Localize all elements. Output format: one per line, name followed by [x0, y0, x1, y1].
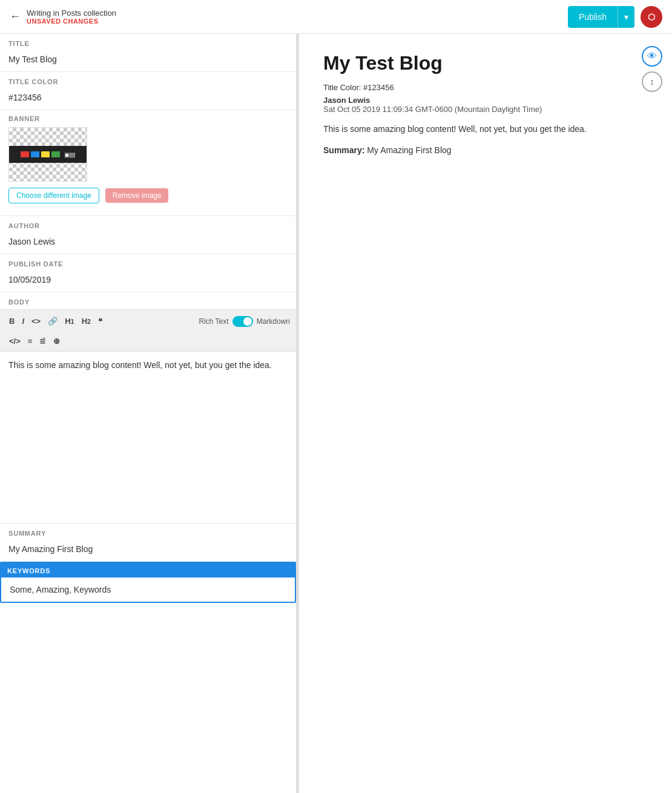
- collection-info: Writing in Posts collection UNSAVED CHAN…: [27, 8, 116, 25]
- summary-section: SUMMARY: [0, 524, 296, 562]
- preview-toggle-button[interactable]: 👁: [642, 46, 662, 67]
- quote-button[interactable]: ❝: [95, 315, 105, 327]
- eye-icon: 👁: [647, 51, 657, 62]
- back-button[interactable]: ←: [10, 10, 21, 23]
- mini-icon-blue: [31, 151, 39, 157]
- title-color-input[interactable]: [0, 88, 296, 110]
- publish-arrow[interactable]: ▾: [618, 7, 634, 27]
- code-button[interactable]: <>: [28, 315, 44, 327]
- avatar-icon: ⬡: [648, 12, 655, 22]
- body-section: BODY B I <> 🔗 H1 H2 ❝ Rich Text Markdown: [0, 292, 296, 524]
- body-toolbar-row2: </> ≡ ≡̄ ⊕: [0, 332, 296, 352]
- right-icons: 👁 ↕: [642, 46, 662, 92]
- preview-date: Sat Oct 05 2019 11:09:34 GMT-0600 (Mount…: [323, 105, 648, 114]
- embed-button[interactable]: </>: [6, 335, 24, 347]
- richtext-label: Rich Text: [199, 317, 229, 326]
- keywords-section: KEYWORDS: [0, 562, 296, 603]
- keywords-label: KEYWORDS: [7, 567, 50, 574]
- author-label: AUTHOR: [0, 216, 296, 232]
- preview-summary-value: My Amazing First Blog: [367, 145, 451, 155]
- topbar-left: ← Writing in Posts collection UNSAVED CH…: [10, 8, 116, 25]
- summary-label: SUMMARY: [0, 524, 296, 539]
- markdown-label: Markdown: [257, 317, 290, 326]
- author-section: AUTHOR: [0, 216, 296, 254]
- title-input[interactable]: [0, 50, 296, 71]
- mini-icon-yellow: [41, 151, 50, 157]
- remove-image-button[interactable]: Remove image: [105, 188, 169, 203]
- title-label: TITLE: [0, 34, 296, 50]
- mini-icon-green: [51, 151, 60, 157]
- preview-summary: Summary: My Amazing First Blog: [323, 145, 648, 155]
- publish-date-label: PUBLISH DATE: [0, 254, 296, 270]
- title-color-label: TITLE COLOR: [0, 72, 296, 88]
- keywords-input[interactable]: [1, 577, 295, 602]
- preview-body: This is some amazing blog content! Well,…: [323, 122, 648, 136]
- preview-title: My Test Blog: [323, 52, 648, 74]
- italic-button[interactable]: I: [19, 315, 27, 327]
- resize-icon: ↕: [650, 77, 654, 87]
- topbar: ← Writing in Posts collection UNSAVED CH…: [0, 0, 672, 34]
- preview-author: Jason Lewis: [323, 96, 648, 105]
- user-avatar[interactable]: ⬡: [641, 6, 662, 28]
- bullet-list-button[interactable]: ≡: [25, 335, 36, 347]
- toggle-thumb: [243, 317, 252, 326]
- left-panel: TITLE TITLE COLOR BANNER ▣▤: [0, 34, 297, 793]
- preview-summary-label: Summary:: [323, 145, 364, 155]
- back-icon: ←: [10, 10, 21, 23]
- richtext-toggle-track[interactable]: [232, 316, 253, 327]
- banner-section: BANNER ▣▤ Choose different image Remove …: [0, 110, 296, 216]
- right-panel: 👁 ↕ My Test Blog Title Color: #123456 Ja…: [299, 34, 672, 793]
- h1-button[interactable]: H1: [62, 315, 77, 327]
- title-color-section: TITLE COLOR: [0, 72, 296, 110]
- topbar-right: Publish ▾ ⬡: [568, 6, 662, 28]
- bold-button[interactable]: B: [6, 315, 18, 327]
- publish-date-section: PUBLISH DATE: [0, 254, 296, 292]
- banner-icons: ▣▤: [21, 151, 75, 158]
- publish-date-input[interactable]: [0, 270, 296, 292]
- ordered-list-button[interactable]: ≡̄: [36, 335, 49, 347]
- body-toolbar: B I <> 🔗 H1 H2 ❝ Rich Text Markdown: [0, 309, 296, 332]
- title-section: TITLE: [0, 34, 296, 72]
- body-label: BODY: [0, 292, 296, 306]
- preview-title-color-value: #123456: [363, 83, 394, 92]
- author-input[interactable]: [0, 232, 296, 254]
- unsaved-badge: UNSAVED CHANGES: [27, 18, 116, 25]
- preview-title-color-label: Title Color:: [323, 83, 361, 92]
- publish-button[interactable]: Publish ▾: [568, 6, 634, 28]
- banner-label: BANNER: [8, 115, 288, 122]
- richtext-toggle: Rich Text Markdown: [199, 316, 291, 327]
- insert-button[interactable]: ⊕: [50, 335, 63, 347]
- body-textarea[interactable]: This is some amazing blog content! Well,…: [0, 352, 296, 521]
- link-button[interactable]: 🔗: [45, 315, 61, 327]
- publish-label: Publish: [568, 7, 618, 27]
- summary-input[interactable]: [0, 539, 296, 561]
- banner-icon-label: ▣▤: [64, 151, 75, 158]
- mini-icon-red: [21, 151, 29, 157]
- resize-button[interactable]: ↕: [642, 71, 662, 92]
- collection-title: Writing in Posts collection: [27, 8, 116, 18]
- h2-button[interactable]: H2: [79, 315, 94, 327]
- choose-image-button[interactable]: Choose different image: [8, 188, 99, 203]
- preview-meta-color: Title Color: #123456: [323, 83, 648, 92]
- keywords-header: KEYWORDS: [1, 563, 295, 577]
- banner-strip: ▣▤: [9, 146, 87, 163]
- main-layout: TITLE TITLE COLOR BANNER ▣▤: [0, 34, 672, 793]
- banner-image: ▣▤: [8, 127, 87, 182]
